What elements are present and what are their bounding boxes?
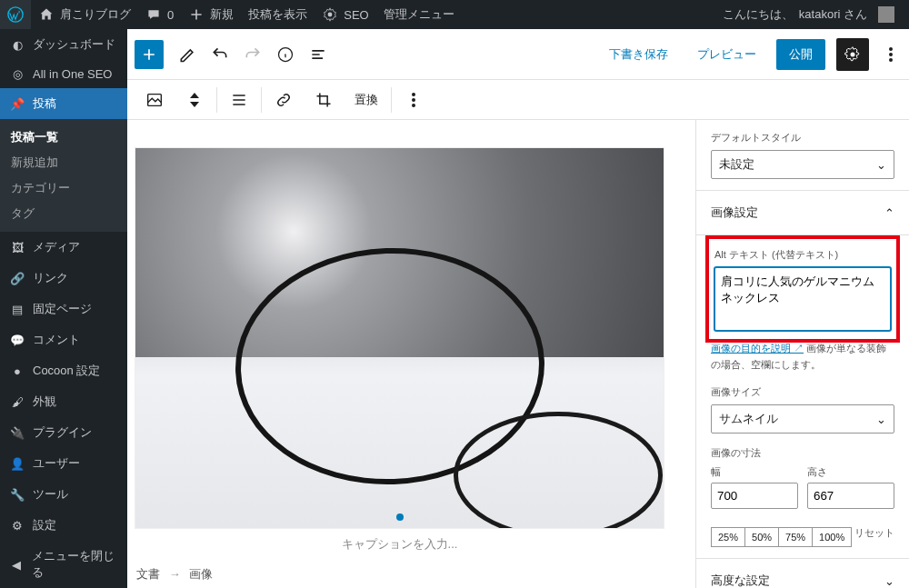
- editor-canvas[interactable]: キャプションを入力... 文書 → 画像: [127, 120, 695, 588]
- link-icon: 🔗: [9, 272, 25, 285]
- reset-button[interactable]: リセット: [854, 526, 894, 540]
- menu-appearance[interactable]: 🖌外観: [0, 386, 127, 417]
- wordpress-icon: [7, 6, 24, 23]
- menu-links[interactable]: 🔗リンク: [0, 263, 127, 294]
- comment-icon: [145, 6, 162, 23]
- svg-point-4: [889, 47, 893, 51]
- alt-help-link[interactable]: 画像の目的を説明 ↗: [711, 343, 804, 354]
- chevron-down-icon: ⌄: [884, 574, 894, 588]
- site-name: 肩こりブログ: [60, 6, 131, 23]
- menu-users[interactable]: 👤ユーザー: [0, 448, 127, 479]
- alt-text-label: Alt テキスト (代替テキスト): [714, 248, 891, 262]
- pct-25-button[interactable]: 25%: [711, 527, 745, 547]
- default-style-label: デフォルトスタイル: [711, 131, 894, 145]
- pct-50-button[interactable]: 50%: [744, 527, 779, 547]
- breadcrumb-image[interactable]: 画像: [189, 567, 213, 581]
- site-link[interactable]: 肩こりブログ: [31, 0, 138, 29]
- submenu-tags[interactable]: タグ: [0, 201, 127, 226]
- settings-panel: デフォルトスタイル 未設定⌄ 画像設定⌃ Alt テキスト (代替テキスト) 画…: [695, 120, 909, 588]
- svg-point-8: [412, 93, 415, 96]
- brush-icon: 🖌: [9, 395, 25, 409]
- home-icon: [38, 6, 55, 23]
- link-button[interactable]: [264, 80, 304, 120]
- new-label: 新規: [210, 6, 234, 23]
- alt-text-input[interactable]: [714, 267, 891, 331]
- view-post[interactable]: 投稿を表示: [241, 0, 315, 29]
- admin-sidebar: ◐ダッシュボード ◎All in One SEO 📌投稿 投稿一覧 新規追加 カ…: [0, 29, 127, 588]
- menu-cocoon[interactable]: ●Cocoon 設定: [0, 355, 127, 386]
- gear-icon: [322, 6, 338, 23]
- breadcrumb-document[interactable]: 文書: [136, 567, 160, 581]
- plugin-icon: 🔌: [9, 426, 25, 440]
- crop-button[interactable]: [304, 80, 344, 120]
- svg-point-9: [412, 98, 415, 102]
- seo-menu[interactable]: SEO: [315, 0, 375, 29]
- dashboard-icon: ◐: [9, 38, 25, 52]
- block-inserter[interactable]: [135, 40, 164, 69]
- advanced-toggle[interactable]: 高度な設定⌄: [711, 570, 894, 588]
- redo-button[interactable]: [236, 38, 269, 71]
- menu-settings[interactable]: ⚙設定: [0, 510, 127, 541]
- image-size-select[interactable]: サムネイル⌄: [711, 404, 894, 434]
- user-icon: 👤: [9, 457, 25, 471]
- plus-icon: [188, 6, 205, 23]
- wrench-icon: 🔧: [9, 488, 25, 502]
- editor-topbar: 下書き保存 プレビュー 公開: [127, 29, 909, 80]
- block-type-image[interactable]: [135, 80, 175, 120]
- move-handle[interactable]: [175, 80, 215, 120]
- new-content[interactable]: 新規: [181, 0, 241, 29]
- caption-input[interactable]: キャプションを入力...: [135, 529, 664, 560]
- alt-help-text: 画像の目的を説明 ↗ 画像が単なる装飾の場合、空欄にします。: [711, 341, 894, 373]
- width-input[interactable]: [711, 483, 798, 509]
- admin-menu[interactable]: 管理メニュー: [376, 0, 462, 29]
- edit-mode-button[interactable]: [171, 38, 204, 71]
- image-size-label: 画像サイズ: [711, 385, 894, 399]
- submenu-new-post[interactable]: 新規追加: [0, 150, 127, 175]
- replace-button[interactable]: 置換: [344, 80, 389, 120]
- height-input[interactable]: [807, 483, 894, 509]
- preview-button[interactable]: プレビュー: [688, 41, 765, 68]
- menu-dashboard[interactable]: ◐ダッシュボード: [0, 29, 127, 60]
- submenu-categories[interactable]: カテゴリー: [0, 175, 127, 201]
- save-draft-button[interactable]: 下書き保存: [600, 41, 677, 68]
- menu-tools[interactable]: 🔧ツール: [0, 479, 127, 510]
- svg-point-5: [889, 53, 893, 56]
- svg-point-10: [412, 104, 415, 107]
- chevron-up-icon: ⌃: [884, 206, 894, 220]
- comment-count: 0: [167, 8, 174, 22]
- posts-submenu: 投稿一覧 新規追加 カテゴリー タグ: [0, 119, 127, 232]
- image-settings-toggle[interactable]: 画像設定⌃: [711, 202, 894, 224]
- menu-collapse[interactable]: ◀メニューを閉じる: [0, 541, 127, 588]
- collapse-icon: ◀: [9, 558, 25, 572]
- align-button[interactable]: [219, 80, 259, 120]
- wp-logo[interactable]: [0, 0, 31, 29]
- pct-75-button[interactable]: 75%: [778, 527, 813, 547]
- settings-button[interactable]: [836, 38, 869, 71]
- info-button[interactable]: [269, 38, 302, 71]
- svg-point-3: [851, 52, 855, 56]
- page-icon: ▤: [9, 303, 25, 316]
- menu-posts[interactable]: 📌投稿: [0, 88, 127, 119]
- menu-media[interactable]: 🖾メディア: [0, 232, 127, 263]
- undo-button[interactable]: [204, 38, 236, 71]
- comments-icon: 💬: [9, 334, 25, 347]
- menu-plugins[interactable]: 🔌プラグイン: [0, 417, 127, 448]
- menu-aioseo[interactable]: ◎All in One SEO: [0, 60, 127, 88]
- block-more-button[interactable]: [394, 80, 434, 120]
- avatar: [878, 6, 894, 23]
- menu-pages[interactable]: ▤固定ページ: [0, 294, 127, 324]
- submenu-all-posts[interactable]: 投稿一覧: [0, 125, 127, 150]
- comments-link[interactable]: 0: [138, 0, 181, 29]
- pct-100-button[interactable]: 100%: [812, 527, 852, 547]
- aioseo-icon: ◎: [9, 67, 25, 81]
- resize-handle[interactable]: [396, 513, 404, 521]
- more-menu-button[interactable]: [880, 38, 902, 71]
- block-image[interactable]: [135, 147, 664, 529]
- media-icon: 🖾: [9, 241, 25, 254]
- menu-comments[interactable]: 💬コメント: [0, 324, 127, 355]
- publish-button[interactable]: 公開: [776, 39, 825, 70]
- image-block[interactable]: キャプションを入力...: [135, 147, 664, 560]
- default-style-select[interactable]: 未設定⌄: [711, 150, 894, 179]
- user-menu[interactable]: こんにちは、katakori さん: [715, 6, 902, 23]
- outline-button[interactable]: [302, 38, 335, 71]
